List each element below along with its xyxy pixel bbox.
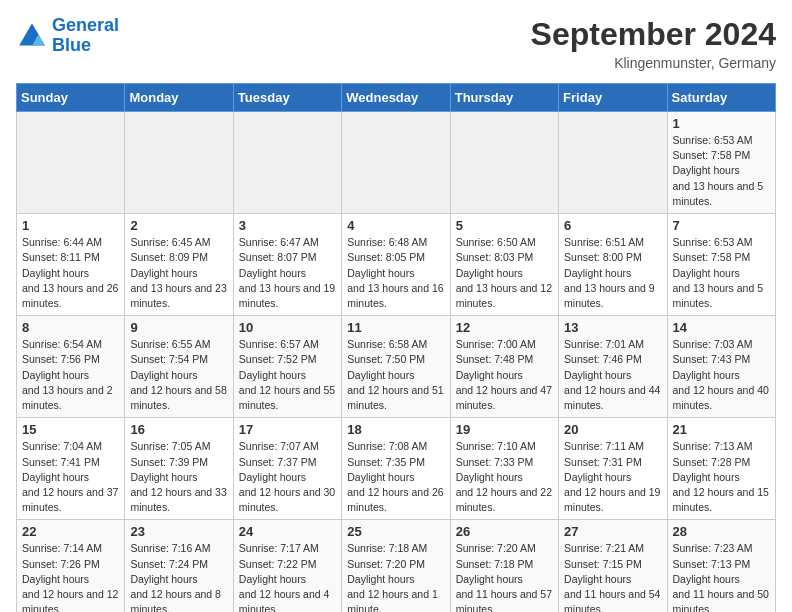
day-info: Sunrise: 7:11 AMSunset: 7:31 PMDaylight … [564,439,661,515]
day-info: Sunrise: 6:45 AMSunset: 8:09 PMDaylight … [130,235,227,311]
calendar-cell: 21 Sunrise: 7:13 AMSunset: 7:28 PMDaylig… [667,418,775,520]
calendar-cell: 5 Sunrise: 6:50 AMSunset: 8:03 PMDayligh… [450,214,558,316]
logo: General Blue [16,16,119,56]
day-info: Sunrise: 6:47 AMSunset: 8:07 PMDaylight … [239,235,336,311]
calendar-cell: 20 Sunrise: 7:11 AMSunset: 7:31 PMDaylig… [559,418,667,520]
calendar-cell: 24 Sunrise: 7:17 AMSunset: 7:22 PMDaylig… [233,520,341,612]
calendar-table: SundayMondayTuesdayWednesdayThursdayFrid… [16,83,776,612]
day-info: Sunrise: 7:20 AMSunset: 7:18 PMDaylight … [456,541,553,612]
calendar-cell: 15 Sunrise: 7:04 AMSunset: 7:41 PMDaylig… [17,418,125,520]
day-number: 10 [239,320,336,335]
day-info: Sunrise: 7:16 AMSunset: 7:24 PMDaylight … [130,541,227,612]
day-number: 18 [347,422,444,437]
day-info: Sunrise: 7:01 AMSunset: 7:46 PMDaylight … [564,337,661,413]
calendar-cell: 1 Sunrise: 6:44 AMSunset: 8:11 PMDayligh… [17,214,125,316]
day-info: Sunrise: 6:57 AMSunset: 7:52 PMDaylight … [239,337,336,413]
calendar-cell: 17 Sunrise: 7:07 AMSunset: 7:37 PMDaylig… [233,418,341,520]
day-info: Sunrise: 7:23 AMSunset: 7:13 PMDaylight … [673,541,770,612]
day-number: 15 [22,422,119,437]
day-info: Sunrise: 6:54 AMSunset: 7:56 PMDaylight … [22,337,119,413]
calendar-row: 15 Sunrise: 7:04 AMSunset: 7:41 PMDaylig… [17,418,776,520]
weekday-header-cell: Monday [125,84,233,112]
day-info: Sunrise: 6:51 AMSunset: 8:00 PMDaylight … [564,235,661,311]
calendar-cell: 7 Sunrise: 6:53 AMSunset: 7:58 PMDayligh… [667,214,775,316]
calendar-cell [125,112,233,214]
weekday-header-cell: Friday [559,84,667,112]
day-number: 13 [564,320,661,335]
day-info: Sunrise: 7:21 AMSunset: 7:15 PMDaylight … [564,541,661,612]
calendar-cell: 18 Sunrise: 7:08 AMSunset: 7:35 PMDaylig… [342,418,450,520]
calendar-cell: 8 Sunrise: 6:54 AMSunset: 7:56 PMDayligh… [17,316,125,418]
calendar-cell: 3 Sunrise: 6:47 AMSunset: 8:07 PMDayligh… [233,214,341,316]
weekday-header-cell: Tuesday [233,84,341,112]
calendar-cell: 10 Sunrise: 6:57 AMSunset: 7:52 PMDaylig… [233,316,341,418]
page-header: General Blue September 2024 Klingenmunst… [16,16,776,71]
calendar-cell [559,112,667,214]
calendar-cell: 13 Sunrise: 7:01 AMSunset: 7:46 PMDaylig… [559,316,667,418]
calendar-cell: 1 Sunrise: 6:53 AMSunset: 7:58 PMDayligh… [667,112,775,214]
calendar-cell: 19 Sunrise: 7:10 AMSunset: 7:33 PMDaylig… [450,418,558,520]
day-number: 27 [564,524,661,539]
day-number: 2 [130,218,227,233]
day-info: Sunrise: 7:13 AMSunset: 7:28 PMDaylight … [673,439,770,515]
calendar-cell [342,112,450,214]
day-number: 12 [456,320,553,335]
day-info: Sunrise: 6:53 AMSunset: 7:58 PMDaylight … [673,235,770,311]
calendar-cell [17,112,125,214]
calendar-cell: 6 Sunrise: 6:51 AMSunset: 8:00 PMDayligh… [559,214,667,316]
weekday-header-cell: Thursday [450,84,558,112]
day-number: 26 [456,524,553,539]
day-number: 23 [130,524,227,539]
logo-icon [16,20,48,52]
calendar-cell: 26 Sunrise: 7:20 AMSunset: 7:18 PMDaylig… [450,520,558,612]
day-info: Sunrise: 7:05 AMSunset: 7:39 PMDaylight … [130,439,227,515]
calendar-row: 1 Sunrise: 6:53 AMSunset: 7:58 PMDayligh… [17,112,776,214]
calendar-cell: 14 Sunrise: 7:03 AMSunset: 7:43 PMDaylig… [667,316,775,418]
day-info: Sunrise: 6:58 AMSunset: 7:50 PMDaylight … [347,337,444,413]
calendar-body: 1 Sunrise: 6:53 AMSunset: 7:58 PMDayligh… [17,112,776,613]
day-number: 3 [239,218,336,233]
calendar-row: 8 Sunrise: 6:54 AMSunset: 7:56 PMDayligh… [17,316,776,418]
day-number: 16 [130,422,227,437]
calendar-cell: 22 Sunrise: 7:14 AMSunset: 7:26 PMDaylig… [17,520,125,612]
calendar-cell: 25 Sunrise: 7:18 AMSunset: 7:20 PMDaylig… [342,520,450,612]
day-number: 8 [22,320,119,335]
day-number: 11 [347,320,444,335]
month-title: September 2024 [531,16,776,53]
location: Klingenmunster, Germany [531,55,776,71]
day-number: 7 [673,218,770,233]
weekday-header-cell: Saturday [667,84,775,112]
day-info: Sunrise: 7:10 AMSunset: 7:33 PMDaylight … [456,439,553,515]
day-number: 14 [673,320,770,335]
day-number: 24 [239,524,336,539]
day-number: 22 [22,524,119,539]
day-number: 19 [456,422,553,437]
day-info: Sunrise: 7:03 AMSunset: 7:43 PMDaylight … [673,337,770,413]
calendar-cell: 2 Sunrise: 6:45 AMSunset: 8:09 PMDayligh… [125,214,233,316]
calendar-row: 1 Sunrise: 6:44 AMSunset: 8:11 PMDayligh… [17,214,776,316]
day-number: 9 [130,320,227,335]
day-info: Sunrise: 7:14 AMSunset: 7:26 PMDaylight … [22,541,119,612]
day-number: 20 [564,422,661,437]
weekday-header-row: SundayMondayTuesdayWednesdayThursdayFrid… [17,84,776,112]
day-info: Sunrise: 6:53 AMSunset: 7:58 PMDaylight … [673,133,770,209]
calendar-cell: 11 Sunrise: 6:58 AMSunset: 7:50 PMDaylig… [342,316,450,418]
day-info: Sunrise: 7:17 AMSunset: 7:22 PMDaylight … [239,541,336,612]
day-info: Sunrise: 7:08 AMSunset: 7:35 PMDaylight … [347,439,444,515]
day-number: 1 [673,116,770,131]
day-number: 25 [347,524,444,539]
day-number: 1 [22,218,119,233]
calendar-cell [450,112,558,214]
day-info: Sunrise: 7:07 AMSunset: 7:37 PMDaylight … [239,439,336,515]
logo-text: General Blue [52,16,119,56]
weekday-header-cell: Sunday [17,84,125,112]
calendar-cell: 4 Sunrise: 6:48 AMSunset: 8:05 PMDayligh… [342,214,450,316]
day-info: Sunrise: 7:00 AMSunset: 7:48 PMDaylight … [456,337,553,413]
calendar-cell: 28 Sunrise: 7:23 AMSunset: 7:13 PMDaylig… [667,520,775,612]
day-info: Sunrise: 6:55 AMSunset: 7:54 PMDaylight … [130,337,227,413]
title-block: September 2024 Klingenmunster, Germany [531,16,776,71]
day-number: 5 [456,218,553,233]
calendar-cell: 16 Sunrise: 7:05 AMSunset: 7:39 PMDaylig… [125,418,233,520]
calendar-cell: 23 Sunrise: 7:16 AMSunset: 7:24 PMDaylig… [125,520,233,612]
day-number: 17 [239,422,336,437]
